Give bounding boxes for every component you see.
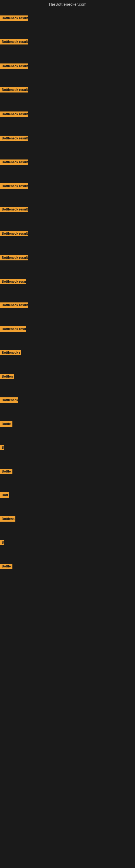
bottleneck-badge-container-20: Bottle [0, 469, 12, 475]
bottleneck-badge-13[interactable]: Bottleneck result [0, 303, 28, 308]
bottleneck-badge-container-9: Bottleneck result [0, 207, 28, 213]
bottleneck-badge-15[interactable]: Bottleneck r [0, 350, 21, 355]
bottleneck-badge-container-11: Bottleneck result [0, 255, 28, 261]
bottleneck-badge-container-2: Bottleneck result [0, 39, 28, 45]
bottleneck-badge-container-19: B [0, 445, 4, 452]
bottleneck-badge-container-1: Bottleneck result [0, 16, 28, 22]
bottleneck-badge-4[interactable]: Bottleneck result [0, 87, 28, 93]
bottleneck-badge-23[interactable]: B [0, 540, 4, 545]
bottleneck-badge-container-14: Bottleneck resu [0, 326, 26, 333]
bottleneck-badge-container-15: Bottleneck r [0, 350, 21, 356]
site-title: TheBottlenecker.com [0, 0, 135, 8]
bottleneck-badge-8[interactable]: Bottleneck result [0, 183, 28, 189]
bottleneck-badge-1[interactable]: Bottleneck result [0, 16, 28, 21]
bottleneck-badge-container-21: Bott [0, 492, 9, 499]
bottleneck-badge-container-22: Bottlens [0, 516, 15, 523]
bottleneck-badge-16[interactable]: Bottlen [0, 374, 14, 379]
bottleneck-badge-18[interactable]: Bottle [0, 421, 12, 427]
bottleneck-badge-19[interactable]: B [0, 445, 4, 450]
bottleneck-badge-container-3: Bottleneck result [0, 63, 28, 70]
bottleneck-badge-container-23: B [0, 540, 4, 546]
bottleneck-badge-container-5: Bottleneck result [0, 112, 28, 118]
bottleneck-badge-container-13: Bottleneck result [0, 303, 28, 309]
bottleneck-badge-2[interactable]: Bottleneck result [0, 39, 28, 44]
bottleneck-badge-container-8: Bottleneck result [0, 183, 28, 190]
bottleneck-badge-container-4: Bottleneck result [0, 87, 28, 94]
bottleneck-badge-12[interactable]: Bottleneck resu [0, 279, 26, 284]
bottleneck-badge-24[interactable]: Bottle [0, 564, 12, 569]
bottleneck-badge-21[interactable]: Bott [0, 492, 9, 498]
bottleneck-badge-9[interactable]: Bottleneck result [0, 207, 28, 212]
bottleneck-badge-container-24: Bottle [0, 564, 12, 570]
bottleneck-badge-container-12: Bottleneck resu [0, 279, 26, 285]
bottleneck-badge-3[interactable]: Bottleneck result [0, 63, 28, 69]
bottleneck-badge-container-16: Bottlen [0, 374, 14, 380]
bottleneck-badge-22[interactable]: Bottlens [0, 516, 15, 522]
bottleneck-badge-20[interactable]: Bottle [0, 469, 12, 474]
bottleneck-badge-17[interactable]: Bottleneck [0, 397, 18, 403]
bottleneck-badge-6[interactable]: Bottleneck result [0, 135, 28, 141]
bottleneck-badge-container-7: Bottleneck result [0, 159, 28, 166]
bottleneck-badge-container-17: Bottleneck [0, 397, 18, 404]
bottleneck-badge-10[interactable]: Bottleneck result [0, 231, 28, 236]
bottleneck-badge-14[interactable]: Bottleneck resu [0, 326, 26, 332]
bottleneck-badge-container-6: Bottleneck result [0, 135, 28, 142]
bottleneck-badge-5[interactable]: Bottleneck result [0, 112, 28, 117]
bottleneck-badge-11[interactable]: Bottleneck result [0, 255, 28, 260]
bottleneck-badge-container-10: Bottleneck result [0, 231, 28, 237]
bottleneck-badge-7[interactable]: Bottleneck result [0, 159, 28, 165]
bottleneck-badge-container-18: Bottle [0, 421, 12, 428]
